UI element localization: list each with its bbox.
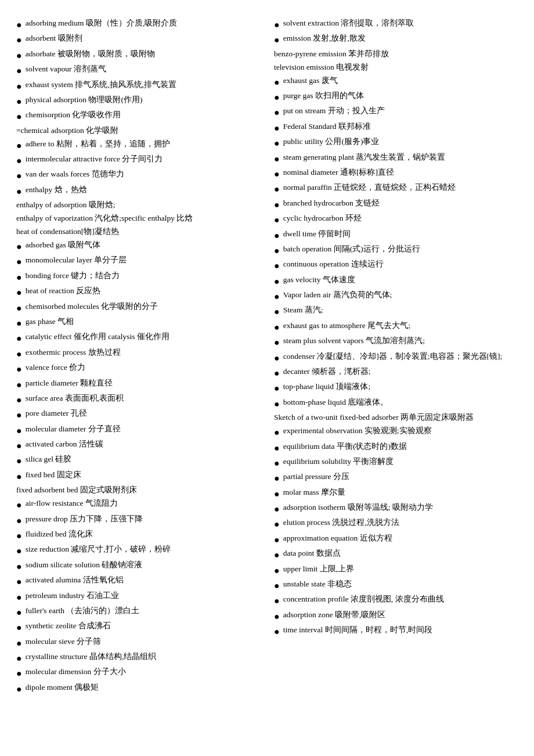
term-text: cyclic hydrocarbon 环烃	[283, 213, 518, 225]
bullet-icon: ●	[274, 34, 280, 46]
list-item: ●public utility 公用(服务)事业	[274, 136, 518, 150]
list-item: ●molecular diameter 分子直径	[16, 423, 260, 437]
bullet-icon: ●	[274, 137, 280, 150]
list-item: ●adsorbent 吸附剂	[16, 33, 260, 46]
list-item: ●activated alumina 活性氧化铝	[16, 574, 260, 588]
bullet-icon: ●	[16, 606, 22, 619]
bullet-icon: ●	[274, 488, 280, 501]
term-text: size reduction 减缩尺寸,打小，破碎，粉碎	[26, 543, 260, 556]
list-item: ●monomolecular layer 单分子层	[16, 254, 260, 268]
list-item: ●approximation equation 近似方程	[274, 532, 518, 546]
bullet-icon: ●	[16, 514, 22, 527]
plain-text-item: television emission 电视发射	[274, 62, 518, 74]
term-text: adsorbed gas 吸附气体	[26, 239, 260, 251]
bullet-icon: ●	[274, 564, 280, 577]
plain-term-text: enthalpy of vaporization 汽化焓;specific en…	[16, 213, 260, 225]
term-text: nominal diameter 通称[标称]直径	[283, 167, 518, 179]
list-item: ●equilibrium solubility 平衡溶解度	[274, 456, 518, 470]
bullet-icon: ●	[274, 229, 280, 242]
bullet-icon: ●	[274, 503, 280, 516]
list-item: ●nominal diameter 通称[标称]直径	[274, 167, 518, 181]
list-item: ●bottom-phase liquid 底端液体。	[274, 397, 518, 411]
bullet-icon: ●	[16, 530, 22, 542]
list-item: ●Vapor laden air 蒸汽负荷的气体;	[274, 289, 518, 303]
term-text: partial pressure 分压	[283, 471, 518, 483]
bullet-icon: ●	[274, 260, 280, 272]
list-item: ●van der waals forces 范德华力	[16, 168, 260, 182]
list-item: ●adhere to 粘附，粘着，坚持，追随，拥护	[16, 138, 260, 152]
bullet-icon: ●	[274, 472, 280, 485]
term-text: batch operation 间隔(式)运行，分批运行	[283, 243, 518, 255]
list-item: ●molecular sieve 分子筛	[16, 636, 260, 650]
list-item: ●concentration profile 浓度剖视图, 浓度分布曲线	[274, 593, 518, 607]
bullet-icon: ●	[16, 317, 22, 330]
term-text: sodium silicate solution 硅酸钠溶液	[26, 559, 260, 571]
term-text: emission 发射,放射,散发	[283, 33, 518, 45]
list-item: ●silica gel 硅胶	[16, 453, 260, 467]
bullet-icon: ●	[16, 455, 22, 467]
term-text: particle diameter 颗粒直径	[26, 377, 260, 390]
bullet-icon: ●	[274, 549, 280, 561]
bullet-icon: ●	[274, 518, 280, 531]
term-text: adsorbing medium 吸附（性）介质,吸附介质	[26, 17, 260, 30]
term-text: adsorption zone 吸附带,吸附区	[283, 609, 518, 621]
bullet-icon: ●	[16, 683, 22, 696]
bullet-icon: ●	[274, 321, 280, 334]
list-item: ●adsorption zone 吸附带,吸附区	[274, 609, 518, 623]
term-text: fixed bed 固定床	[26, 469, 260, 481]
list-item: ●exhaust gas 废气	[274, 75, 518, 89]
term-text: upper limit 上限,上界	[283, 563, 518, 575]
list-item: ●steam generating plant 蒸汽发生装置，锅炉装置	[274, 152, 518, 165]
term-text: approximation equation 近似方程	[283, 532, 518, 545]
term-text: top-phase liquid 顶端液体;	[283, 381, 518, 393]
list-item: ●catalytic effect 催化作用 catalysis 催化作用	[16, 331, 260, 345]
list-item: ●Steam 蒸汽;	[274, 304, 518, 318]
term-text: molar mass 摩尔量	[283, 487, 518, 499]
term-text: gas velocity 气体速度	[283, 274, 518, 286]
term-text: equilibrium data 平衡(状态时的)数据	[283, 441, 518, 453]
term-text: Federal Standard 联邦标准	[283, 121, 518, 133]
list-item: ●surface area 表面面积,表面积	[16, 393, 260, 406]
column-left: ●adsorbing medium 吸附（性）介质,吸附介质●adsorbent…	[16, 17, 260, 697]
term-text: unstable state 非稳态	[283, 578, 518, 591]
bullet-icon: ●	[16, 240, 22, 253]
bullet-icon: ●	[16, 424, 22, 437]
term-text: adsorbent 吸附剂	[26, 33, 260, 45]
bullet-icon: ●	[16, 652, 22, 665]
list-item: ●activated carbon 活性碳	[16, 438, 260, 452]
term-text: purge gas 吹扫用的气体	[283, 90, 518, 102]
list-item: ●adsorbed gas 吸附气体	[16, 239, 260, 253]
term-text: enthalpy 焓，热焓	[26, 184, 260, 196]
list-item: ●batch operation 间隔(式)运行，分批运行	[274, 243, 518, 257]
bullet-icon: ●	[274, 199, 280, 211]
term-text: bonding force 键力；结合力	[26, 270, 260, 282]
list-item: ●unstable state 非稳态	[274, 578, 518, 592]
list-item: ●top-phase liquid 顶端液体;	[274, 381, 518, 395]
term-text: silica gel 硅胶	[26, 453, 260, 466]
bullet-icon: ●	[16, 621, 22, 634]
bullet-icon: ●	[16, 348, 22, 361]
list-item: ●cyclic hydrocarbon 环烃	[274, 213, 518, 226]
term-text: normal paraffin 正链烷烃，直链烷烃，正构石蜡烃	[283, 182, 518, 194]
term-text: activated carbon 活性碳	[26, 438, 260, 451]
column-right: ●solvent extraction 溶剂提取，溶剂萃取●emission 发…	[274, 17, 518, 697]
bullet-icon: ●	[274, 610, 280, 623]
list-item: ●solvent vapour 溶剂蒸气	[16, 63, 260, 77]
list-item: ●equilibrium data 平衡(状态时的)数据	[274, 441, 518, 455]
bullet-icon: ●	[274, 214, 280, 226]
term-text: Vapor laden air 蒸汽负荷的气体;	[283, 289, 518, 301]
bullet-icon: ●	[16, 379, 22, 391]
list-item: ●physical adsorption 物理吸附(作用)	[16, 94, 260, 108]
list-item: ●elution process 洗脱过程,洗脱方法	[274, 517, 518, 531]
bullet-icon: ●	[274, 183, 280, 196]
plain-term-text: =chemical adsorption 化学吸附	[16, 125, 260, 137]
list-item: ●experimental observation 实验观测;实验观察	[274, 425, 518, 439]
list-item: ●petroleum industry 石油工业	[16, 590, 260, 604]
bullet-icon: ●	[16, 591, 22, 604]
term-text: exhaust system 排气系统,抽风系统,排气装置	[26, 79, 260, 91]
list-item: ●intermolecular attractive force 分子间引力	[16, 153, 260, 167]
list-item: ●dwell time 停留时间	[274, 228, 518, 242]
list-item: ●exhaust system 排气系统,抽风系统,排气装置	[16, 79, 260, 93]
term-text: synthetic zeolite 合成沸石	[26, 620, 260, 632]
bullet-icon: ●	[16, 363, 22, 376]
